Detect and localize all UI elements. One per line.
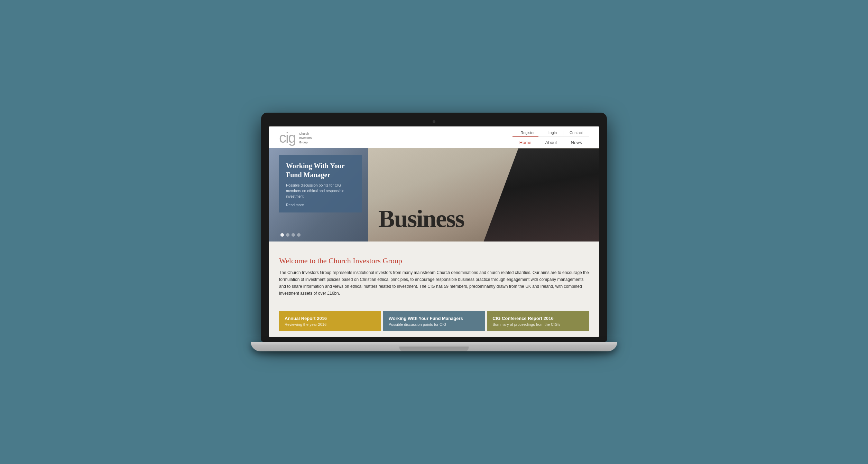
slider-dot-2[interactable] xyxy=(286,233,289,237)
welcome-title: Welcome to the Church Investors Group xyxy=(279,256,589,265)
card-conference-report-title: CIG Conference Report 2016 xyxy=(492,316,583,321)
laptop-screen: cig Church Investors Group Register Logi… xyxy=(269,126,599,337)
cards-section: Annual Report 2016 Reviewing the year 20… xyxy=(269,304,599,331)
hero-slider: Business Working With Your Fund Manager … xyxy=(269,148,599,242)
login-link[interactable]: Login xyxy=(541,131,563,135)
card-annual-report-title: Annual Report 2016 xyxy=(285,316,376,321)
nav-about[interactable]: About xyxy=(538,136,564,148)
laptop-camera xyxy=(433,120,435,123)
slider-dots xyxy=(280,233,301,237)
hero-title: Working With Your Fund Manager xyxy=(286,161,355,179)
newspaper-visual: Business xyxy=(368,148,599,242)
nav-area: Register Login Contact Home About News xyxy=(513,131,589,148)
section-divider xyxy=(289,250,579,250)
hero-subtitle: Possible discussion points for CIG membe… xyxy=(286,183,355,199)
card-annual-report[interactable]: Annual Report 2016 Reviewing the year 20… xyxy=(279,311,381,331)
card-conference-report[interactable]: CIG Conference Report 2016 Summary of pr… xyxy=(487,311,589,331)
newspaper-headline: Business xyxy=(378,206,464,231)
laptop-base xyxy=(251,342,617,351)
welcome-section: Welcome to the Church Investors Group Th… xyxy=(269,242,599,304)
laptop-wrapper: cig Church Investors Group Register Logi… xyxy=(244,113,624,351)
main-nav: Home About News xyxy=(513,136,589,148)
card-fund-managers-title: Working With Your Fund Managers xyxy=(389,316,480,321)
logo-org-name: Church Investors Group xyxy=(299,132,312,145)
slider-dot-1[interactable] xyxy=(280,233,284,237)
hero-read-more-link[interactable]: Read more xyxy=(286,203,355,207)
slider-dot-4[interactable] xyxy=(297,233,301,237)
nav-news[interactable]: News xyxy=(564,136,589,148)
register-link[interactable]: Register xyxy=(514,131,541,135)
site-header: cig Church Investors Group Register Logi… xyxy=(269,126,599,148)
logo-cig-text: cig xyxy=(279,131,296,145)
laptop-bezel: cig Church Investors Group Register Logi… xyxy=(261,113,607,341)
nav-home[interactable]: Home xyxy=(513,136,538,148)
top-links: Register Login Contact xyxy=(514,131,589,135)
slider-dot-3[interactable] xyxy=(292,233,295,237)
hero-content-box: Working With Your Fund Manager Possible … xyxy=(279,155,362,212)
logo-area: cig Church Investors Group xyxy=(279,131,312,145)
bottom-spacer xyxy=(269,331,599,337)
card-fund-managers-subtitle: Possible discussion points for CIG xyxy=(389,322,480,326)
header-top: cig Church Investors Group Register Logi… xyxy=(279,131,589,148)
contact-link[interactable]: Contact xyxy=(563,131,589,135)
card-conference-report-subtitle: Summary of proceedings from the CIG's xyxy=(492,322,583,326)
card-annual-report-subtitle: Reviewing the year 2016. xyxy=(285,322,376,326)
card-fund-managers[interactable]: Working With Your Fund Managers Possible… xyxy=(383,311,485,331)
welcome-body: The Church Investors Group represents in… xyxy=(279,269,589,297)
